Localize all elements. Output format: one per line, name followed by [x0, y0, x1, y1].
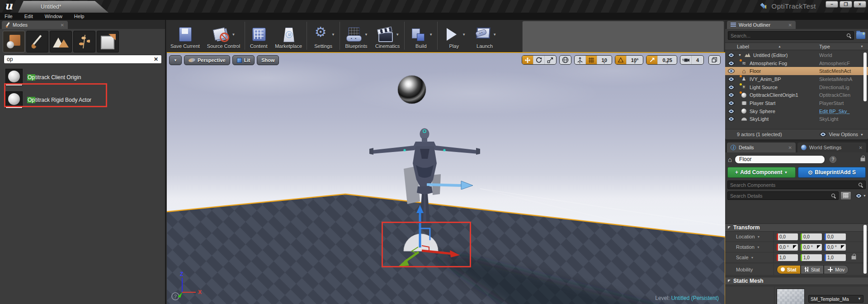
- property-matrix-button[interactable]: [840, 191, 851, 200]
- world-local-space-button[interactable]: [560, 56, 571, 64]
- outliner-row-optitrackclientorigin1[interactable]: OptitrackClientOrigin1 OptitrackClien: [725, 91, 868, 99]
- toolbar-cinematics-button[interactable]: ▼ Cinematics: [372, 20, 403, 52]
- outliner-search-input[interactable]: [731, 33, 846, 38]
- toolbar-settings-button[interactable]: ▼ Settings: [308, 20, 339, 52]
- visibility-eye-icon[interactable]: [728, 109, 735, 114]
- chevron-down-icon[interactable]: ▼: [429, 33, 433, 37]
- surface-snap-button[interactable]: ▼: [575, 56, 586, 64]
- minimize-button[interactable]: –: [826, 1, 838, 8]
- transform-section-header[interactable]: Transform: [725, 223, 868, 232]
- visibility-eye-icon[interactable]: [728, 53, 735, 57]
- scale-snap-button[interactable]: [646, 56, 658, 64]
- scale-tool-button[interactable]: [545, 56, 556, 64]
- blueprint-add-script-button[interactable]: ⚙Blueprint/Add S: [798, 167, 866, 178]
- add-component-button[interactable]: +Add Component▼: [727, 167, 796, 178]
- scale-y-field[interactable]: 1,0: [801, 254, 822, 261]
- close-icon[interactable]: ✕: [61, 23, 64, 28]
- menu-item-edit[interactable]: Edit: [24, 14, 33, 19]
- chevron-down-icon[interactable]: ▼: [493, 33, 496, 37]
- new-folder-icon[interactable]: [856, 32, 865, 39]
- show-button[interactable]: Show: [257, 55, 279, 65]
- maximize-viewport-button[interactable]: [709, 56, 720, 64]
- scale-z-field[interactable]: 1,0: [825, 254, 846, 261]
- chevron-down-icon[interactable]: ▼: [396, 33, 399, 37]
- outliner-row-ivy-anim-bp[interactable]: IVY_Anim_BP SkeletalMeshA: [725, 75, 868, 83]
- scale-x-field[interactable]: 1,0: [777, 254, 798, 261]
- mode-place-button[interactable]: [3, 31, 25, 52]
- outliner-row-skylight[interactable]: SkyLight SkyLight: [725, 115, 868, 124]
- toolbar-launch-button[interactable]: ▼ Launch: [469, 20, 500, 52]
- outliner-row-player-start[interactable]: Player Start PlayerStart: [725, 99, 868, 107]
- grid-snap-value[interactable]: 10▼: [597, 56, 612, 64]
- toolbar-play-button[interactable]: ▼ Play: [439, 20, 469, 52]
- location-z-field[interactable]: 0,0: [825, 233, 846, 240]
- close-icon[interactable]: ✕: [788, 145, 792, 150]
- scale-snap-value[interactable]: 0,25▼: [658, 56, 676, 64]
- lit-button[interactable]: Lit: [232, 55, 255, 65]
- mode-paint-button[interactable]: [26, 31, 48, 52]
- close-icon[interactable]: ✕: [859, 145, 863, 150]
- move-tool-button[interactable]: [522, 56, 533, 64]
- help-question-icon[interactable]: ?: [830, 156, 836, 163]
- outliner-row-untitled-editor-[interactable]: ▼ Untitled (Editor) World: [725, 51, 868, 59]
- camera-speed-value[interactable]: 4: [692, 56, 703, 64]
- tutorial-cap-icon[interactable]: [759, 3, 767, 9]
- close-icon[interactable]: ✕: [788, 23, 792, 28]
- outliner-row-light-source[interactable]: Light Source DirectionalLig: [725, 83, 868, 91]
- camera-speed-button[interactable]: [680, 56, 692, 64]
- chevron-down-icon[interactable]: ▼: [364, 33, 368, 37]
- visibility-eye-icon[interactable]: [728, 93, 735, 97]
- edit-blueprint-link[interactable]: Edit BP_Sky_: [819, 109, 863, 114]
- mode-geometry-button[interactable]: [97, 31, 119, 52]
- tab-world-outliner[interactable]: World Outliner ✕: [727, 21, 796, 29]
- perspective-button[interactable]: Perspective: [184, 55, 230, 65]
- visibility-eye-icon[interactable]: [728, 101, 735, 105]
- static-mesh-dropdown[interactable]: SM_Template_Ma▼: [808, 295, 863, 303]
- toolbar-build-button[interactable]: ▼ Build: [406, 20, 436, 52]
- chevron-down-icon[interactable]: ▼: [751, 256, 754, 259]
- type-filter-icon[interactable]: ▼: [860, 45, 863, 48]
- viewport-options-button[interactable]: ▼: [169, 55, 182, 65]
- level-name[interactable]: Untitled (Persistent): [671, 295, 719, 301]
- visibility-eye-icon[interactable]: [728, 77, 735, 81]
- location-x-field[interactable]: 0,0: [777, 233, 798, 240]
- clear-search-icon[interactable]: ✕: [151, 56, 161, 62]
- place-item-optitrack-rigid-body-actor[interactable]: Optitrack Rigid Body Actor: [0, 89, 166, 111]
- outliner-scrollbar[interactable]: [863, 52, 867, 101]
- rotation-snap-button[interactable]: [615, 56, 627, 64]
- chevron-down-icon[interactable]: ▼: [757, 235, 760, 238]
- toolbar-save-current-button[interactable]: Save Current: [167, 20, 203, 52]
- column-type[interactable]: Type: [819, 44, 830, 49]
- outliner-row-atmospheric-fog[interactable]: Atmospheric Fog AtmosphericF: [725, 59, 868, 67]
- view-options-button[interactable]: View Options ▼: [817, 132, 863, 137]
- grid-snap-button[interactable]: [586, 56, 597, 64]
- search-components-input[interactable]: [730, 182, 858, 188]
- mobility-option-0[interactable]: Stat: [777, 265, 801, 274]
- visibility-eye-icon[interactable]: [728, 85, 735, 90]
- static-mesh-section-header[interactable]: Static Mesh: [725, 277, 868, 285]
- rotation-y-field[interactable]: 0,0 °: [801, 244, 822, 251]
- transform-gizmo[interactable]: [375, 202, 483, 277]
- mobility-option-2[interactable]: Mov: [824, 265, 849, 274]
- display-filter-button[interactable]: ▼: [853, 191, 866, 200]
- tab-world-settings[interactable]: World Settings ✕: [797, 142, 866, 152]
- toolbar-source-control-button[interactable]: ▼ Source Control: [203, 20, 244, 52]
- viewport[interactable]: ▼ Perspective Lit Show ▼: [167, 52, 725, 304]
- tab-details[interactable]: i Details ✕: [727, 142, 796, 152]
- sort-ascending-icon[interactable]: ▲: [778, 45, 781, 48]
- visibility-eye-icon[interactable]: [728, 117, 735, 121]
- chrome-sphere-actor[interactable]: [398, 76, 426, 104]
- tab-modes[interactable]: Modes ✕: [2, 21, 68, 29]
- static-mesh-thumbnail[interactable]: [777, 289, 805, 304]
- toolbar-marketplace-button[interactable]: Marketplace: [271, 20, 306, 52]
- rotate-tool-button[interactable]: [533, 56, 545, 64]
- menu-item-file[interactable]: File: [5, 14, 13, 19]
- visibility-eye-icon[interactable]: [728, 61, 735, 66]
- scale-lock-icon[interactable]: [851, 256, 856, 260]
- details-scrollbar[interactable]: [863, 225, 867, 274]
- modes-search-input[interactable]: [4, 56, 151, 62]
- outliner-row-sky-sphere[interactable]: Sky Sphere Edit BP_Sky_: [725, 107, 868, 115]
- lock-icon[interactable]: [860, 157, 865, 162]
- search-details-input[interactable]: [730, 193, 831, 199]
- location-y-field[interactable]: 0,0: [801, 233, 822, 240]
